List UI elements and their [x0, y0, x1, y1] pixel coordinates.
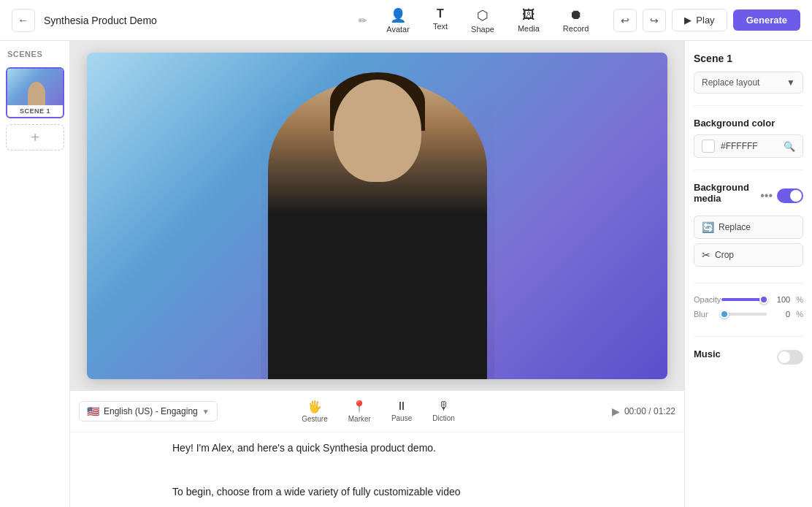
canvas-wrapper — [70, 41, 684, 390]
script-toolbar: 🇺🇸 English (US) - Engaging ▼ 🖐 Gesture 📍… — [70, 391, 684, 432]
redo-icon: ↪ — [650, 15, 659, 26]
gesture-icon: 🖐 — [307, 400, 322, 413]
opacity-label: Opacity — [694, 295, 716, 304]
tool-avatar[interactable]: 👤 Avatar — [376, 3, 420, 38]
tool-avatar-label: Avatar — [386, 25, 410, 34]
edit-icon[interactable]: ✏ — [359, 15, 367, 26]
add-scene-button[interactable]: + — [6, 124, 64, 150]
music-toggle-knob — [778, 351, 790, 363]
marker-button[interactable]: 📍 Marker — [340, 397, 380, 426]
tool-media[interactable]: 🖼 Media — [508, 3, 550, 38]
avatar-icon: 👤 — [390, 7, 406, 23]
opacity-row: Opacity 100 % — [694, 295, 803, 304]
script-line-1: Hey! I'm Alex, and here's a quick Synthe… — [172, 440, 582, 457]
scene-1-title: Scene 1 — [694, 53, 803, 64]
bg-color-title: Background color — [694, 118, 803, 129]
crop-media-button[interactable]: ✂ Crop — [694, 243, 803, 267]
eyedropper-icon[interactable]: 🔍 — [784, 141, 795, 152]
music-toggle[interactable] — [777, 350, 803, 365]
language-chevron-icon: ▼ — [202, 408, 210, 416]
divider-3 — [694, 283, 803, 283]
toggle-knob — [790, 190, 802, 202]
language-label: English (US) - Engaging — [104, 406, 198, 416]
language-selector[interactable]: 🇺🇸 English (US) - Engaging ▼ — [79, 401, 218, 422]
tool-record[interactable]: ⏺ Record — [553, 3, 599, 38]
blur-value: 0 — [773, 310, 790, 319]
bg-media-section: Background media ••• 🔄 Replace ✂ Crop — [694, 182, 803, 271]
timer-display: ▶ 00:00 / 01:22 — [612, 405, 675, 417]
script-panel: 🇺🇸 English (US) - Engaging ▼ 🖐 Gesture 📍… — [70, 390, 684, 507]
blur-slider[interactable] — [721, 313, 767, 316]
undo-button[interactable]: ↩ — [613, 9, 637, 32]
back-icon: ← — [18, 14, 29, 27]
opacity-thumb[interactable] — [759, 295, 768, 304]
scene-thumb-1[interactable]: SCENE 1 — [6, 67, 64, 118]
opacity-pct: % — [796, 295, 803, 304]
avatar-silhouette — [268, 80, 487, 379]
blur-thumb[interactable] — [720, 310, 729, 319]
right-panel: Scene 1 Replace layout ▼ Background colo… — [684, 41, 812, 507]
add-scene-icon: + — [31, 129, 39, 146]
play-icon: ▶ — [684, 15, 692, 26]
scene-avatar-preview — [28, 82, 45, 105]
bg-color-section: Background color #FFFFFF 🔍 — [694, 118, 803, 158]
bg-color-row[interactable]: #FFFFFF 🔍 — [694, 134, 803, 158]
pause-button[interactable]: ⏸ Pause — [383, 397, 421, 426]
tool-shape-label: Shape — [471, 25, 494, 34]
timer-play-icon: ▶ — [612, 405, 620, 417]
color-swatch — [702, 140, 715, 153]
crop-icon: ✂ — [702, 249, 710, 261]
scenes-title: Scenes — [6, 50, 64, 61]
record-icon: ⏺ — [570, 7, 583, 23]
media-icon: 🖼 — [522, 7, 535, 23]
replace-icon: 🔄 — [702, 221, 714, 233]
pause-icon: ⏸ — [396, 400, 407, 413]
generate-button[interactable]: Generate — [733, 9, 800, 31]
scenes-panel: Scenes SCENE 1 + — [0, 41, 70, 507]
play-button[interactable]: ▶ Play — [672, 9, 727, 31]
back-button[interactable]: ← — [12, 9, 35, 32]
diction-button[interactable]: 🎙 Diction — [424, 397, 464, 426]
more-options-icon[interactable]: ••• — [760, 189, 773, 202]
opacity-slider[interactable] — [721, 298, 767, 301]
pause-label: Pause — [391, 414, 412, 422]
toolbar: 👤 Avatar T Text ⬡ Shape 🖼 Media ⏺ Record — [376, 3, 599, 38]
tool-record-label: Record — [563, 24, 589, 33]
play-label: Play — [696, 15, 714, 26]
header: ← Synthesia Product Demo ✏ 👤 Avatar T Te… — [0, 0, 812, 41]
marker-label: Marker — [348, 415, 371, 423]
gesture-button[interactable]: 🖐 Gesture — [293, 397, 337, 426]
layout-chevron-icon: ▼ — [786, 77, 795, 88]
bg-media-header: Background media ••• — [694, 182, 803, 210]
blur-pct: % — [796, 310, 803, 319]
undo-icon: ↩ — [621, 15, 629, 26]
diction-label: Diction — [432, 414, 455, 422]
redo-button[interactable]: ↪ — [643, 9, 666, 32]
main-area: Scenes SCENE 1 + — [0, 41, 812, 507]
blur-row: Blur 0 % — [694, 310, 803, 319]
tool-media-label: Media — [518, 24, 540, 33]
script-line-2 — [172, 462, 582, 479]
shape-icon: ⬡ — [477, 7, 489, 23]
marker-icon: 📍 — [352, 400, 367, 413]
tool-shape[interactable]: ⬡ Shape — [461, 3, 505, 38]
text-icon: T — [437, 7, 444, 20]
script-content[interactable]: Hey! I'm Alex, and here's a quick Synthe… — [70, 432, 684, 507]
scene-thumbnail-image — [7, 69, 64, 105]
bg-media-toggle[interactable] — [777, 188, 803, 203]
gesture-label: Gesture — [302, 415, 328, 423]
layout-selector[interactable]: Replace layout ▼ — [694, 72, 803, 94]
app-title: Synthesia Product Demo — [44, 15, 350, 26]
bg-media-actions: ••• — [760, 188, 803, 203]
replace-label: Replace — [719, 222, 751, 232]
script-tools: 🖐 Gesture 📍 Marker ⏸ Pause 🎙 Diction — [293, 397, 464, 426]
music-section: Music — [694, 348, 803, 365]
music-title: Music — [694, 348, 721, 359]
bg-media-title: Background media — [694, 182, 760, 204]
avatar-face — [334, 80, 421, 182]
divider-4 — [694, 336, 803, 337]
tool-text[interactable]: T Text — [423, 3, 458, 38]
replace-media-button[interactable]: 🔄 Replace — [694, 216, 803, 239]
scene-heading: Scene 1 Replace layout ▼ — [694, 53, 803, 94]
canvas-frame[interactable] — [87, 53, 667, 379]
